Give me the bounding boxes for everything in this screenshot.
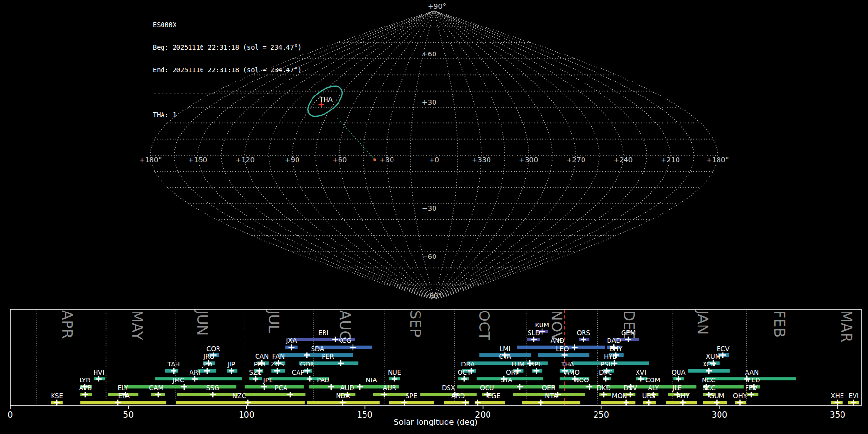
shower-label-NZC: NZC	[232, 393, 246, 400]
shower-label-ORI: ORI	[506, 369, 517, 376]
shower-label-ARI: ARI	[190, 369, 200, 376]
shower-label-CAN: CAN	[255, 353, 269, 360]
peak-marker-JPE	[261, 384, 267, 390]
shower-label-QUA: QUA	[671, 369, 685, 376]
shower-label-AAN: AAN	[745, 369, 759, 376]
shower-label-DSV: DSV	[624, 384, 637, 392]
shower-label-OHY: OHY	[733, 393, 747, 400]
peak-marker-ORS	[581, 337, 586, 342]
shower-label-JIP: JIP	[227, 361, 235, 368]
lon-tick-label: +270	[566, 156, 585, 163]
peak-marker-JIP	[229, 368, 234, 374]
peak-marker-JEA	[204, 368, 210, 374]
peak-marker-NDA	[340, 400, 346, 406]
peak-marker-SSG	[210, 392, 216, 397]
peak-marker-KUM	[539, 329, 545, 335]
peak-marker-KCG	[350, 344, 356, 350]
lat-tick-label: +30	[422, 98, 437, 106]
activity-bar-ARI	[155, 377, 242, 380]
grid-meridian	[434, 11, 552, 300]
peak-marker-AVB	[82, 392, 88, 397]
activity-bar-PCA	[245, 393, 306, 396]
shower-label-JEA: JEA	[202, 361, 212, 368]
peak-marker-PAU	[328, 384, 334, 390]
month-label-MAR: MAR	[838, 310, 855, 342]
shower-label-COR: COR	[206, 345, 220, 353]
shower-label-AVB: AVB	[79, 384, 92, 392]
shower-label-JPE: JPE	[263, 377, 273, 384]
peak-marker-URS	[646, 400, 651, 406]
drift-endpoint	[373, 158, 376, 161]
peak-marker-SLD	[531, 337, 537, 342]
shower-label-MON: MON	[612, 393, 627, 400]
shower-label-NCC: NCC	[702, 377, 715, 384]
x-axis-tick-label: 300	[712, 410, 727, 420]
radiant-label: THA	[319, 95, 333, 103]
shower-label-ARD: ARD	[451, 393, 465, 400]
lon-tick-label: +180°	[706, 156, 729, 163]
shower-label-KSE: KSE	[51, 393, 63, 400]
activity-bar-SPE	[389, 401, 434, 404]
shower-label-LMI: LMI	[500, 345, 511, 353]
peak-marker-SDA	[304, 353, 310, 358]
shower-label-DAD: DAD	[607, 337, 621, 344]
lon-tick-label: +330	[472, 156, 491, 163]
month-label-APR: APR	[59, 310, 76, 339]
month-label-SEP: SEP	[407, 310, 424, 337]
activity-bar-JMC	[124, 385, 236, 388]
lon-tick-label: +30	[380, 156, 394, 163]
activity-bar-DSX	[420, 393, 477, 396]
activity-bar-NTA	[522, 401, 580, 404]
lat-tick-label: −60	[422, 253, 437, 260]
month-label-FEB: FEB	[771, 310, 788, 338]
x-axis-tick-label: 250	[593, 410, 609, 420]
shower-label-NUE: NUE	[388, 369, 401, 376]
shower-label-AUR: AUR	[383, 384, 396, 392]
divider-line: --------------------------------------	[153, 89, 302, 97]
shower-label-RPU: RPU	[530, 361, 543, 368]
peak-marker-KSE	[54, 400, 60, 406]
shower-label-NOO: NOO	[574, 377, 589, 384]
shower-label-EVI: EVI	[849, 393, 859, 400]
peak-marker-OCT	[461, 376, 467, 382]
session-id: ES000X	[153, 21, 302, 29]
shower-label-NTA: NTA	[545, 393, 557, 400]
activity-bar-NZC	[176, 401, 305, 404]
lon-tick-label: +210	[661, 156, 680, 163]
activity-bar-ETA	[80, 401, 166, 404]
month-label-JUN: JUN	[194, 309, 211, 336]
shower-label-NIA: NIA	[366, 377, 377, 384]
shower-label-LEO: LEO	[556, 345, 569, 353]
shower-label-ORS: ORS	[577, 329, 590, 337]
peak-marker-PER	[338, 360, 344, 366]
lat-tick-label: +60	[422, 50, 437, 58]
shower-label-PPS: PPS	[254, 361, 265, 368]
shower-label-XVI: XVI	[636, 369, 646, 376]
peak-marker-XCB	[706, 368, 712, 374]
shower-label-ELY: ELY	[118, 384, 129, 392]
lon-tick-label: +60	[332, 156, 347, 163]
peak-marker-DSV	[627, 392, 633, 397]
shower-label-GEM: GEM	[621, 329, 636, 337]
shower-label-JRC: JRC	[203, 353, 214, 360]
shower-label-JXA: JXA	[285, 337, 297, 344]
shower-label-ALY: ALY	[648, 384, 660, 392]
grid-meridian	[434, 11, 718, 300]
lon-tick-label: +240	[613, 156, 633, 163]
peak-marker-ARI	[192, 376, 198, 382]
peak-marker-ARD	[462, 400, 468, 406]
shower-label-FEV: FEV	[746, 384, 758, 392]
shower-label-CTA: CTA	[499, 353, 511, 360]
lat-tick-label: +90°	[428, 2, 446, 10]
x-axis-tick-label: 100	[239, 410, 254, 420]
grid-meridian	[434, 11, 458, 300]
shower-label-EHY: EHY	[610, 345, 623, 353]
peak-marker-SPE	[401, 400, 407, 406]
shower-label-PER: PER	[322, 353, 334, 360]
shower-label-SPE: SPE	[406, 393, 418, 400]
shower-label-GUM: GUM	[709, 393, 724, 400]
shower-label-FAN: FAN	[272, 353, 285, 360]
peak-marker-MON	[624, 400, 629, 406]
shower-label-ZCS: ZCS	[271, 361, 284, 368]
x-axis-title: Solar longitude (deg)	[393, 418, 477, 427]
